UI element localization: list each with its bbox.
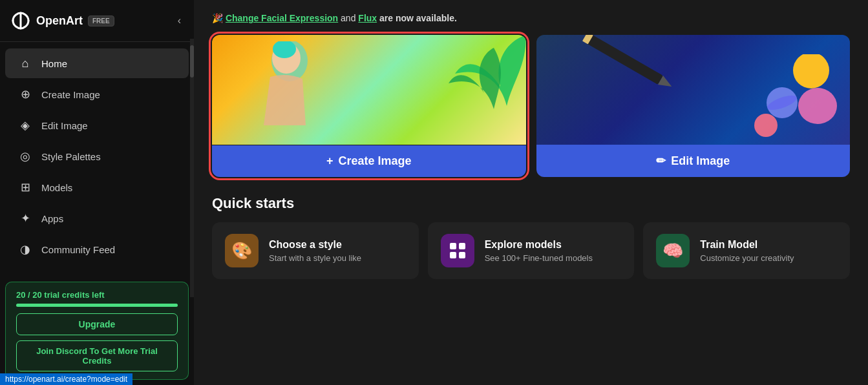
train-model-icon: 🧠 — [656, 234, 690, 267]
sidebar-item-style-label: Style Palettes — [41, 151, 101, 162]
sidebar-item-community-label: Community Feed — [41, 244, 115, 255]
sidebar-item-home[interactable]: ⌂ Home — [5, 48, 189, 78]
apps-icon: ✦ — [18, 211, 32, 225]
qs-explore-models[interactable]: Explore models See 100+ Fine-tuned model… — [428, 222, 635, 279]
announcement-emoji: 🎉 — [212, 13, 223, 23]
quick-starts-row: 🎨 Choose a style Start with a style you … — [212, 222, 850, 279]
change-facial-expression-link[interactable]: Change Facial Expression — [226, 13, 338, 23]
svg-point-10 — [754, 114, 778, 137]
explore-models-subtitle: See 100+ Fine-tuned models — [485, 253, 593, 263]
credits-text: 20 / 20 trial credits left — [16, 290, 178, 300]
quick-starts-title: Quick starts — [212, 195, 850, 212]
explore-models-icon — [441, 234, 474, 267]
woman-figure — [238, 41, 367, 145]
quick-starts-section: Quick starts 🎨 Choose a style Start with… — [212, 195, 850, 279]
sidebar-item-create-image[interactable]: ⊕ Create Image — [5, 79, 189, 109]
train-model-title: Train Model — [700, 239, 794, 251]
sidebar-item-models[interactable]: ⊞ Models — [5, 172, 189, 202]
cards-row: + Create Image — [212, 35, 850, 177]
sidebar-item-models-label: Models — [41, 182, 72, 193]
announcement-end: are now available. — [379, 13, 457, 23]
create-image-btn-label: Create Image — [338, 154, 411, 168]
discord-button[interactable]: Join Discord To Get More Trial Credits — [16, 340, 178, 371]
svg-rect-14 — [459, 252, 465, 258]
edit-image-btn-label: Edit Image — [671, 154, 730, 168]
leaves-figure — [442, 35, 526, 132]
train-model-text: Train Model Customize your creativity — [700, 239, 794, 263]
flux-link[interactable]: Flux — [358, 13, 377, 23]
nav-items: ⌂ Home ⊕ Create Image ◈ Edit Image ◎ Sty… — [0, 42, 194, 276]
edit-image-card[interactable]: ✏ Edit Image — [536, 35, 851, 177]
announcement-middle: and — [341, 13, 358, 23]
create-image-bg — [212, 35, 526, 145]
qs-train-model[interactable]: 🧠 Train Model Customize your creativity — [643, 222, 850, 279]
sidebar-item-apps-label: Apps — [41, 213, 63, 224]
choose-style-text: Choose a style Start with a style you li… — [269, 239, 361, 263]
sidebar-item-community-feed[interactable]: ◑ Community Feed — [5, 234, 189, 264]
create-image-btn-prefix: + — [326, 154, 333, 168]
sidebar-item-edit-label: Edit Image — [41, 120, 88, 131]
community-feed-icon: ◑ — [18, 242, 32, 256]
shapes-figure — [746, 54, 837, 138]
logo-icon — [10, 10, 31, 31]
collapse-sidebar-button[interactable]: ‹ — [175, 12, 184, 29]
free-badge: FREE — [88, 16, 114, 26]
svg-point-6 — [793, 54, 829, 88]
credits-bar — [16, 304, 178, 307]
logo-text: OpenArt — [36, 14, 83, 28]
create-image-card[interactable]: + Create Image — [212, 35, 526, 177]
home-icon: ⌂ — [18, 56, 32, 70]
models-icon: ⊞ — [18, 180, 32, 194]
svg-rect-3 — [585, 35, 663, 85]
edit-image-button[interactable]: ✏ Edit Image — [536, 145, 851, 177]
edit-image-bg — [536, 35, 851, 145]
pencil-figure — [572, 35, 681, 103]
main-content: 🎉 Change Facial Expression and Flux are … — [194, 0, 868, 385]
credits-bar-fill — [16, 304, 178, 307]
scrollbar-track — [190, 39, 194, 297]
train-model-subtitle: Customize your creativity — [700, 253, 794, 263]
svg-point-7 — [798, 88, 837, 124]
edit-image-btn-prefix: ✏ — [656, 154, 666, 168]
grid-icon — [449, 242, 467, 260]
sidebar: OpenArt FREE ‹ ⌂ Home ⊕ Create Image ◈ E… — [0, 0, 194, 385]
explore-models-text: Explore models See 100+ Fine-tuned model… — [485, 239, 593, 263]
edit-image-area — [536, 35, 851, 145]
choose-style-icon: 🎨 — [225, 234, 259, 267]
edit-image-icon: ◈ — [18, 118, 32, 132]
sidebar-item-style-palettes[interactable]: ◎ Style Palettes — [5, 141, 189, 171]
sidebar-item-create-label: Create Image — [41, 89, 100, 100]
create-image-icon: ⊕ — [18, 87, 32, 101]
upgrade-button[interactable]: Upgrade — [16, 313, 178, 335]
create-image-area — [212, 35, 526, 145]
announcement-bar: 🎉 Change Facial Expression and Flux are … — [212, 13, 850, 23]
svg-rect-13 — [450, 252, 456, 258]
style-palettes-icon: ◎ — [18, 149, 32, 163]
sidebar-item-edit-image[interactable]: ◈ Edit Image — [5, 110, 189, 140]
qs-choose-style[interactable]: 🎨 Choose a style Start with a style you … — [212, 222, 419, 279]
sidebar-header: OpenArt FREE ‹ — [0, 0, 194, 42]
svg-rect-11 — [450, 243, 456, 249]
statusbar: https://openart.ai/create?mode=edit — [0, 373, 132, 385]
explore-models-title: Explore models — [485, 239, 593, 251]
create-image-button[interactable]: + Create Image — [212, 145, 526, 177]
sidebar-bottom: 20 / 20 trial credits left Upgrade Join … — [5, 282, 189, 380]
scrollbar-thumb[interactable] — [190, 45, 194, 78]
choose-style-title: Choose a style — [269, 239, 361, 251]
svg-rect-12 — [459, 243, 465, 249]
sidebar-item-home-label: Home — [41, 58, 67, 69]
sidebar-item-apps[interactable]: ✦ Apps — [5, 203, 189, 233]
choose-style-subtitle: Start with a style you like — [269, 253, 361, 263]
